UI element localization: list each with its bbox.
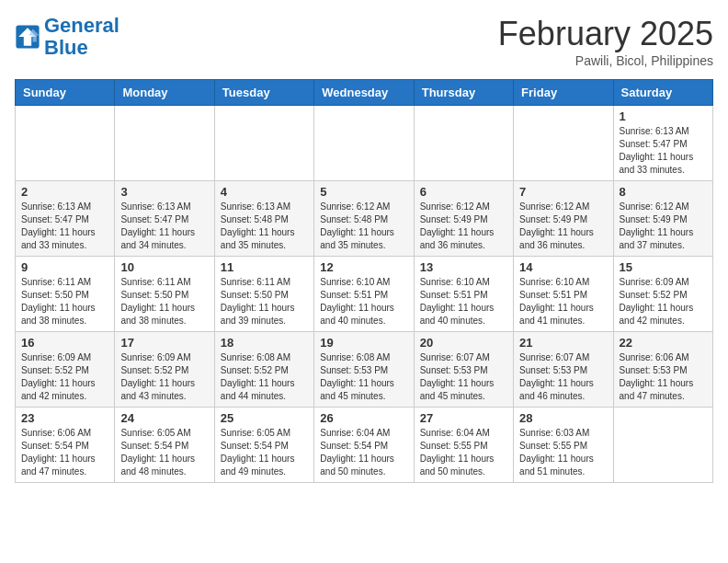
day-info: Sunrise: 6:05 AMSunset: 5:54 PMDaylight:… <box>120 427 208 478</box>
calendar-cell: 26Sunrise: 6:04 AMSunset: 5:54 PMDayligh… <box>314 408 414 483</box>
calendar-cell: 12Sunrise: 6:10 AMSunset: 5:51 PMDayligh… <box>314 257 414 332</box>
weekday-header: Sunday <box>16 80 115 106</box>
calendar-cell: 19Sunrise: 6:08 AMSunset: 5:53 PMDayligh… <box>314 332 414 408</box>
calendar-week-row: 9Sunrise: 6:11 AMSunset: 5:50 PMDaylight… <box>16 257 713 332</box>
calendar-cell: 21Sunrise: 6:07 AMSunset: 5:53 PMDayligh… <box>514 332 613 408</box>
day-info: Sunrise: 6:06 AMSunset: 5:54 PMDaylight:… <box>21 427 108 478</box>
calendar-cell: 6Sunrise: 6:12 AMSunset: 5:49 PMDaylight… <box>414 181 513 257</box>
calendar-cell: 18Sunrise: 6:08 AMSunset: 5:52 PMDayligh… <box>214 332 313 408</box>
day-number: 24 <box>120 411 208 425</box>
calendar-table: SundayMondayTuesdayWednesdayThursdayFrid… <box>15 79 713 483</box>
weekday-header: Tuesday <box>214 80 313 106</box>
calendar-cell <box>115 106 214 181</box>
calendar-cell: 28Sunrise: 6:03 AMSunset: 5:55 PMDayligh… <box>514 408 613 483</box>
day-number: 3 <box>120 185 208 199</box>
day-info: Sunrise: 6:04 AMSunset: 5:55 PMDaylight:… <box>420 427 507 478</box>
calendar-cell: 8Sunrise: 6:12 AMSunset: 5:49 PMDaylight… <box>613 181 712 257</box>
calendar-cell <box>613 408 712 483</box>
weekday-header: Friday <box>514 80 613 106</box>
calendar-week-row: 16Sunrise: 6:09 AMSunset: 5:52 PMDayligh… <box>16 332 713 408</box>
day-number: 5 <box>320 185 407 199</box>
day-info: Sunrise: 6:12 AMSunset: 5:49 PMDaylight:… <box>420 201 507 252</box>
logo: General Blue <box>15 15 119 59</box>
calendar-cell: 15Sunrise: 6:09 AMSunset: 5:52 PMDayligh… <box>613 257 712 332</box>
day-number: 27 <box>420 411 507 425</box>
day-info: Sunrise: 6:13 AMSunset: 5:47 PMDaylight:… <box>620 125 707 177</box>
day-info: Sunrise: 6:11 AMSunset: 5:50 PMDaylight:… <box>21 276 108 327</box>
logo-text: General Blue <box>44 15 119 59</box>
calendar-cell: 7Sunrise: 6:12 AMSunset: 5:49 PMDaylight… <box>514 181 613 257</box>
weekday-header: Monday <box>115 80 214 106</box>
day-number: 1 <box>620 109 707 123</box>
calendar-week-row: 2Sunrise: 6:13 AMSunset: 5:47 PMDaylight… <box>16 181 713 257</box>
location: Pawili, Bicol, Philippines <box>498 53 713 68</box>
day-number: 11 <box>221 260 308 274</box>
calendar-cell: 9Sunrise: 6:11 AMSunset: 5:50 PMDaylight… <box>16 257 115 332</box>
calendar-cell: 27Sunrise: 6:04 AMSunset: 5:55 PMDayligh… <box>414 408 513 483</box>
day-number: 9 <box>21 260 108 274</box>
day-info: Sunrise: 6:05 AMSunset: 5:54 PMDaylight:… <box>221 427 308 478</box>
day-number: 18 <box>221 336 308 350</box>
day-number: 15 <box>620 260 707 274</box>
calendar-cell: 11Sunrise: 6:11 AMSunset: 5:50 PMDayligh… <box>214 257 313 332</box>
title-block: February 2025 Pawili, Bicol, Philippines <box>498 15 713 68</box>
calendar-cell <box>214 106 313 181</box>
day-info: Sunrise: 6:12 AMSunset: 5:48 PMDaylight:… <box>320 201 407 252</box>
calendar-cell: 17Sunrise: 6:09 AMSunset: 5:52 PMDayligh… <box>115 332 214 408</box>
day-info: Sunrise: 6:12 AMSunset: 5:49 PMDaylight:… <box>519 201 607 252</box>
logo-icon <box>15 24 40 50</box>
calendar-cell: 23Sunrise: 6:06 AMSunset: 5:54 PMDayligh… <box>16 408 115 483</box>
weekday-header: Wednesday <box>314 80 414 106</box>
calendar-cell: 24Sunrise: 6:05 AMSunset: 5:54 PMDayligh… <box>115 408 214 483</box>
day-number: 26 <box>320 411 407 425</box>
day-number: 25 <box>221 411 308 425</box>
calendar-cell: 4Sunrise: 6:13 AMSunset: 5:48 PMDaylight… <box>214 181 313 257</box>
day-number: 20 <box>420 336 507 350</box>
day-info: Sunrise: 6:09 AMSunset: 5:52 PMDaylight:… <box>21 351 108 403</box>
day-info: Sunrise: 6:09 AMSunset: 5:52 PMDaylight:… <box>620 276 707 327</box>
day-info: Sunrise: 6:13 AMSunset: 5:48 PMDaylight:… <box>221 201 308 252</box>
calendar-cell: 1Sunrise: 6:13 AMSunset: 5:47 PMDaylight… <box>613 106 712 181</box>
day-info: Sunrise: 6:11 AMSunset: 5:50 PMDaylight:… <box>221 276 308 327</box>
day-number: 13 <box>420 260 507 274</box>
day-number: 2 <box>21 185 108 199</box>
calendar-cell <box>16 106 115 181</box>
day-info: Sunrise: 6:08 AMSunset: 5:52 PMDaylight:… <box>221 351 308 403</box>
weekday-header: Saturday <box>613 80 712 106</box>
calendar-cell: 5Sunrise: 6:12 AMSunset: 5:48 PMDaylight… <box>314 181 414 257</box>
day-info: Sunrise: 6:06 AMSunset: 5:53 PMDaylight:… <box>620 351 707 403</box>
day-number: 22 <box>620 336 707 350</box>
day-info: Sunrise: 6:04 AMSunset: 5:54 PMDaylight:… <box>320 427 407 478</box>
day-number: 19 <box>320 336 407 350</box>
calendar-cell <box>414 106 513 181</box>
day-number: 14 <box>519 260 607 274</box>
calendar-cell: 10Sunrise: 6:11 AMSunset: 5:50 PMDayligh… <box>115 257 214 332</box>
day-info: Sunrise: 6:13 AMSunset: 5:47 PMDaylight:… <box>120 201 208 252</box>
calendar-week-row: 23Sunrise: 6:06 AMSunset: 5:54 PMDayligh… <box>16 408 713 483</box>
calendar-week-row: 1Sunrise: 6:13 AMSunset: 5:47 PMDaylight… <box>16 106 713 181</box>
day-info: Sunrise: 6:08 AMSunset: 5:53 PMDaylight:… <box>320 351 407 403</box>
page-header: General Blue February 2025 Pawili, Bicol… <box>15 15 713 68</box>
day-number: 4 <box>221 185 308 199</box>
day-number: 23 <box>21 411 108 425</box>
weekday-header-row: SundayMondayTuesdayWednesdayThursdayFrid… <box>16 80 713 106</box>
day-number: 8 <box>620 185 707 199</box>
weekday-header: Thursday <box>414 80 513 106</box>
day-number: 12 <box>320 260 407 274</box>
day-number: 17 <box>120 336 208 350</box>
day-info: Sunrise: 6:09 AMSunset: 5:52 PMDaylight:… <box>120 351 208 403</box>
calendar-cell: 20Sunrise: 6:07 AMSunset: 5:53 PMDayligh… <box>414 332 513 408</box>
calendar-cell: 3Sunrise: 6:13 AMSunset: 5:47 PMDaylight… <box>115 181 214 257</box>
day-info: Sunrise: 6:07 AMSunset: 5:53 PMDaylight:… <box>519 351 607 403</box>
day-number: 10 <box>120 260 208 274</box>
day-number: 28 <box>519 411 607 425</box>
calendar-cell: 13Sunrise: 6:10 AMSunset: 5:51 PMDayligh… <box>414 257 513 332</box>
day-info: Sunrise: 6:07 AMSunset: 5:53 PMDaylight:… <box>420 351 507 403</box>
calendar-cell: 2Sunrise: 6:13 AMSunset: 5:47 PMDaylight… <box>16 181 115 257</box>
day-info: Sunrise: 6:13 AMSunset: 5:47 PMDaylight:… <box>21 201 108 252</box>
day-info: Sunrise: 6:11 AMSunset: 5:50 PMDaylight:… <box>120 276 208 327</box>
calendar-cell: 14Sunrise: 6:10 AMSunset: 5:51 PMDayligh… <box>514 257 613 332</box>
day-info: Sunrise: 6:10 AMSunset: 5:51 PMDaylight:… <box>320 276 407 327</box>
day-info: Sunrise: 6:10 AMSunset: 5:51 PMDaylight:… <box>420 276 507 327</box>
calendar-cell: 25Sunrise: 6:05 AMSunset: 5:54 PMDayligh… <box>214 408 313 483</box>
